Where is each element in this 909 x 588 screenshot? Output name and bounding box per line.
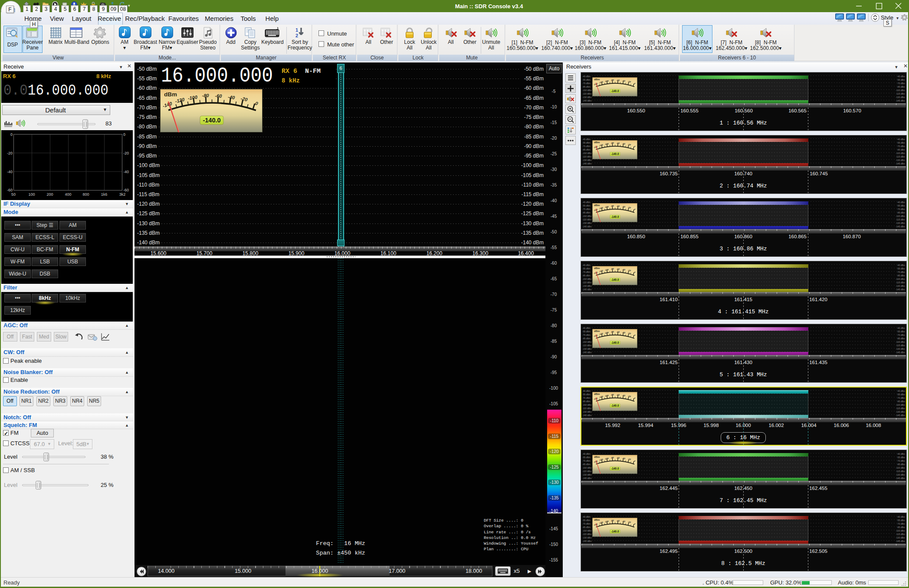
svg-text:-140.0: -140.0 (203, 117, 220, 124)
svg-text:dBm: dBm (594, 393, 600, 395)
svg-text:-80: -80 (610, 457, 614, 459)
svg-text:-60: -60 (617, 142, 620, 145)
svg-text:-40: -40 (622, 394, 626, 397)
svg-text:-140.0: -140.0 (611, 341, 619, 344)
svg-text:dBm: dBm (594, 267, 600, 269)
svg-text:-60: -60 (617, 268, 620, 270)
svg-text:-60: -60 (617, 79, 620, 82)
svg-text:-140.0: -140.0 (611, 404, 619, 407)
svg-text:-140.0: -140.0 (611, 467, 619, 470)
svg-text:-80: -80 (202, 93, 209, 99)
svg-text:-140.0: -140.0 (611, 530, 619, 533)
svg-text:-80: -80 (610, 331, 614, 333)
svg-text:-80: -80 (610, 519, 614, 522)
svg-text:-60: -60 (617, 457, 620, 459)
svg-text:dBm: dBm (594, 141, 600, 144)
svg-text:2: 2 (295, 33, 298, 38)
svg-text:-140.0: -140.0 (611, 152, 619, 155)
svg-text:dBm: dBm (164, 91, 177, 98)
svg-text:-60: -60 (617, 331, 620, 333)
svg-text:dBm: dBm (594, 456, 600, 458)
svg-text:-140.0: -140.0 (611, 278, 619, 281)
svg-text:-40: -40 (622, 80, 626, 82)
svg-text:-40: -40 (622, 457, 626, 460)
svg-text:-40: -40 (622, 206, 626, 208)
svg-text:-60: -60 (617, 394, 620, 396)
svg-text:dBm: dBm (594, 330, 600, 332)
svg-text:-140.0: -140.0 (611, 89, 619, 92)
svg-text:-40: -40 (622, 332, 626, 334)
svg-text:-40: -40 (622, 520, 626, 523)
svg-text:dBm: dBm (594, 204, 600, 207)
svg-text:-40: -40 (622, 143, 626, 145)
svg-text:-80: -80 (610, 79, 614, 81)
svg-text:-80: -80 (610, 268, 614, 270)
svg-text:-40: -40 (228, 94, 236, 100)
svg-text:dBm: dBm (594, 519, 600, 521)
svg-text:-80: -80 (610, 205, 614, 207)
svg-text:1: 1 (295, 27, 298, 33)
svg-text:dBm: dBm (594, 78, 600, 81)
svg-text:-40: -40 (622, 269, 626, 271)
svg-text:-140.0: -140.0 (611, 215, 619, 218)
svg-text:-60: -60 (617, 520, 620, 522)
svg-text:-80: -80 (610, 394, 614, 396)
svg-text:-60: -60 (215, 93, 222, 99)
svg-text:-80: -80 (610, 142, 614, 144)
svg-text:-60: -60 (617, 205, 620, 207)
